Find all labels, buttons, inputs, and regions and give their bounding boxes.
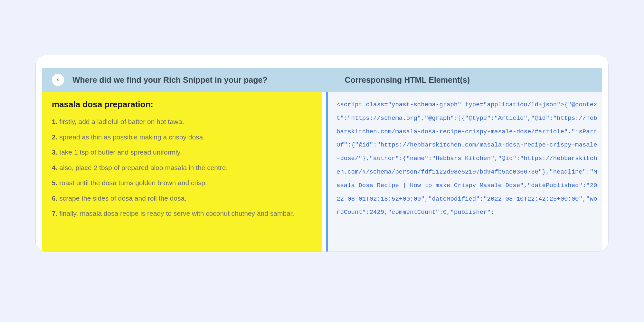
back-button[interactable] <box>52 74 64 86</box>
recipe-text: take 1 tsp of butter and spread uniforml… <box>59 148 182 156</box>
recipe-item: 1. firstly, add a ladleful of batter on … <box>52 117 313 127</box>
recipe-item: 2. spread as thin as possible making a c… <box>52 132 313 142</box>
recipe-text: finally, masala dosa recipe is ready to … <box>59 210 294 217</box>
recipe-text: spread as thin as possible making a cris… <box>59 133 205 141</box>
content-area: masala dosa preparation: 1. firstly, add… <box>42 92 602 251</box>
header-title-right: Corresponsing HTML Element(s) <box>345 75 470 85</box>
recipe-number: 4. <box>52 164 58 171</box>
recipe-item: 6. scrape the sides of dosa and roll the… <box>52 193 313 204</box>
snippet-panel: masala dosa preparation: 1. firstly, add… <box>42 92 322 251</box>
code-content: <script class="yoast-schema-graph" type=… <box>336 98 597 251</box>
recipe-item: 7. finally, masala dosa recipe is ready … <box>52 208 313 219</box>
recipe-item: 4. also, place 2 tbsp of prepared aloo m… <box>52 163 313 173</box>
recipe-number: 1. <box>52 118 58 125</box>
recipe-text: also, place 2 tbsp of prepared aloo masa… <box>59 164 228 171</box>
recipe-text: scrape the sides of dosa and roll the do… <box>59 194 186 202</box>
header-title-left: Where did we find your Rich Snippet in y… <box>72 75 268 85</box>
recipe-number: 6. <box>52 194 58 202</box>
recipe-number: 3. <box>52 148 58 156</box>
recipe-text: roast until the dosa turns golden brown … <box>59 179 207 186</box>
recipe-item: 3. take 1 tsp of butter and spread unifo… <box>52 147 313 157</box>
recipe-number: 7. <box>52 210 58 217</box>
header-bar: Where did we find your Rich Snippet in y… <box>42 68 602 92</box>
recipe-title: masala dosa preparation: <box>52 99 313 109</box>
recipe-number: 5. <box>52 179 58 186</box>
recipe-item: 5. roast until the dosa turns golden bro… <box>52 178 313 188</box>
chevron-left-icon <box>56 78 60 82</box>
recipe-number: 2. <box>52 133 58 141</box>
recipe-list: 1. firstly, add a ladleful of batter on … <box>52 117 313 219</box>
main-card: Where did we find your Rich Snippet in y… <box>35 55 609 252</box>
recipe-text: firstly, add a ladleful of batter on hot… <box>59 118 184 125</box>
html-panel[interactable]: <script class="yoast-schema-graph" type=… <box>326 92 602 251</box>
